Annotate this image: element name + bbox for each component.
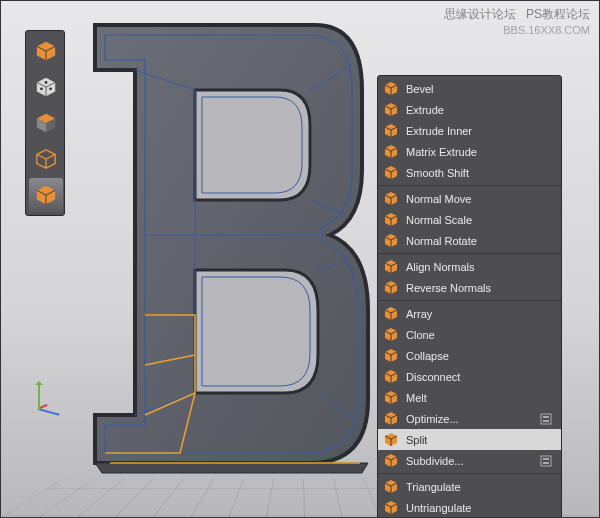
menu-label: Subdivide... [406,455,535,467]
top-face-cube-icon [35,112,57,134]
smooth-shift-icon [382,164,400,182]
menu-label: Split [406,434,553,446]
axis-gizmo [30,378,70,418]
matrix-extrude-icon [382,143,400,161]
menu-label: Array [406,308,553,320]
watermark: 思缘设计论坛 PS教程论坛 BBS.16XX8.COM [444,6,590,37]
menu-item-array[interactable]: Array [378,303,561,324]
menu-label: Align Normals [406,261,553,273]
menu-separator [378,473,561,474]
split-icon [382,431,400,449]
menu-label: Smooth Shift [406,167,553,179]
normal-move-icon [382,190,400,208]
options-icon[interactable] [539,412,553,426]
bevel-icon [382,80,400,98]
align-normals-icon [382,258,400,276]
watermark-text1: 思缘设计论坛 [444,7,516,21]
svg-point-11 [49,87,52,90]
menu-item-reverse-normals[interactable]: Reverse Normals [378,277,561,298]
menu-label: Untriangulate [406,502,553,514]
menu-label: Melt [406,392,553,404]
menu-label: Normal Rotate [406,235,553,247]
menu-item-normal-rotate[interactable]: Normal Rotate [378,230,561,251]
menu-item-split[interactable]: Split [378,429,561,450]
svg-rect-14 [543,416,549,418]
svg-rect-16 [541,456,551,466]
melt-icon [382,389,400,407]
menu-label: Matrix Extrude [406,146,553,158]
reverse-normals-icon [382,279,400,297]
menu-label: Clone [406,329,553,341]
svg-rect-17 [543,458,549,460]
menu-item-collapse[interactable]: Collapse [378,345,561,366]
svg-point-12 [45,81,48,84]
menu-item-align-normals[interactable]: Align Normals [378,256,561,277]
svg-rect-13 [541,414,551,424]
menu-item-normal-scale[interactable]: Normal Scale [378,209,561,230]
watermark-text3: BBS.16XX8.COM [503,24,590,36]
menu-item-triangulate[interactable]: Triangulate [378,476,561,497]
menu-label: Bevel [406,83,553,95]
collapse-icon [382,347,400,365]
axis-y [38,382,40,410]
axis-z [38,408,60,416]
menu-item-bevel[interactable]: Bevel [378,78,561,99]
mode-toolbar [25,30,65,216]
svg-point-10 [40,87,43,90]
subdivide-icon [382,452,400,470]
menu-item-subdivide[interactable]: Subdivide... [378,450,561,471]
untriangulate-icon [382,499,400,517]
menu-label: Disconnect [406,371,553,383]
solid-cube-tool[interactable] [29,34,63,68]
triangulate-icon [382,478,400,496]
menu-item-melt[interactable]: Melt [378,387,561,408]
normal-rotate-icon [382,232,400,250]
dice-cube-tool[interactable] [29,70,63,104]
menu-item-disconnect[interactable]: Disconnect [378,366,561,387]
menu-label: Triangulate [406,481,553,493]
menu-item-untriangulate[interactable]: Untriangulate [378,497,561,518]
dice-cube-icon [35,76,57,98]
menu-label: Extrude Inner [406,125,553,137]
poly-cube-icon [35,184,57,206]
menu-label: Normal Move [406,193,553,205]
menu-item-clone[interactable]: Clone [378,324,561,345]
top-face-cube-tool[interactable] [29,106,63,140]
normal-scale-icon [382,211,400,229]
menu-item-extrude[interactable]: Extrude [378,99,561,120]
svg-rect-15 [543,420,549,422]
menu-separator [378,185,561,186]
mesh-object-letter-b[interactable] [80,15,375,475]
watermark-text2: PS教程论坛 [526,7,590,21]
menu-label: Optimize... [406,413,535,425]
letter-b-geometry [80,15,375,475]
solid-cube-icon [35,40,57,62]
polygon-context-menu: BevelExtrudeExtrude InnerMatrix ExtrudeS… [377,75,562,518]
menu-label: Extrude [406,104,553,116]
options-icon[interactable] [539,454,553,468]
menu-item-smooth-shift[interactable]: Smooth Shift [378,162,561,183]
menu-separator [378,300,561,301]
menu-label: Collapse [406,350,553,362]
menu-item-matrix-extrude[interactable]: Matrix Extrude [378,141,561,162]
disconnect-icon [382,368,400,386]
menu-separator [378,253,561,254]
poly-cube-tool[interactable] [29,178,63,212]
menu-label: Normal Scale [406,214,553,226]
wire-cube-icon [35,148,57,170]
array-icon [382,305,400,323]
svg-rect-18 [543,462,549,464]
clone-icon [382,326,400,344]
extrude-inner-icon [382,122,400,140]
extrude-icon [382,101,400,119]
menu-label: Reverse Normals [406,282,553,294]
menu-item-optimize[interactable]: Optimize... [378,408,561,429]
optimize-icon [382,410,400,428]
wire-cube-tool[interactable] [29,142,63,176]
menu-item-normal-move[interactable]: Normal Move [378,188,561,209]
menu-item-extrude-inner[interactable]: Extrude Inner [378,120,561,141]
